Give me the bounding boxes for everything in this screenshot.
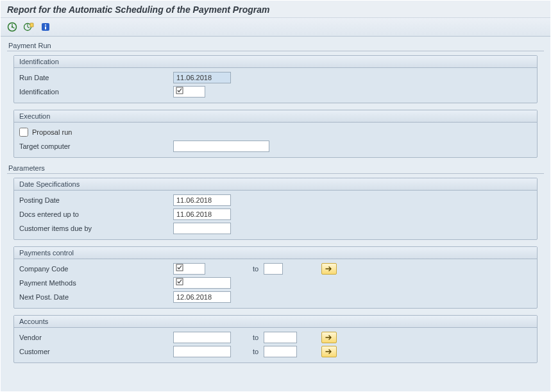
execute-button[interactable] [6, 21, 19, 33]
arrow-right-icon [325, 334, 334, 341]
customer-to-input[interactable] [264, 346, 297, 357]
svg-rect-10 [45, 26, 46, 30]
identification-input[interactable] [173, 86, 205, 98]
label-payment-methods: Payment Methods [19, 279, 173, 287]
docs-upto-input[interactable] [173, 209, 231, 220]
cust-due-input[interactable] [173, 223, 231, 234]
posting-date-input[interactable] [173, 194, 231, 206]
app-toolbar [1, 18, 550, 37]
svg-point-9 [45, 24, 46, 26]
label-target-computer: Target computer [19, 142, 173, 150]
section-title-parameters: Parameters [7, 164, 544, 173]
vendor-from-input[interactable] [173, 332, 231, 343]
label-customer: Customer [19, 348, 173, 355]
app-window: Report for the Automatic Scheduling of t… [0, 0, 551, 392]
group-header-identification: Identification [14, 56, 537, 68]
group-payments-control: Payments control Company Code to [13, 246, 538, 309]
customer-multiselect-button[interactable] [321, 346, 337, 357]
execute-print-button[interactable] [22, 21, 35, 33]
label-next-post-date: Next Post. Date [19, 293, 173, 301]
group-header-payments-control: Payments control [14, 247, 537, 259]
group-header-accounts: Accounts [14, 316, 537, 328]
divider [7, 173, 544, 174]
target-computer-input[interactable] [173, 141, 269, 152]
label-to: to [253, 334, 259, 341]
payment-methods-input[interactable] [173, 277, 231, 289]
label-posting-date: Posting Date [19, 196, 173, 204]
label-cust-due: Customer items due by [19, 225, 173, 232]
group-header-execution: Execution [14, 110, 537, 123]
group-identification: Identification Run Date Identification [13, 55, 538, 103]
label-company-code: Company Code [19, 265, 173, 273]
info-button[interactable] [39, 21, 52, 33]
run-date-input[interactable] [173, 72, 231, 83]
label-run-date: Run Date [19, 74, 173, 81]
arrow-right-icon [325, 266, 334, 272]
next-post-date-input[interactable] [173, 291, 231, 303]
company-code-from-input[interactable] [173, 263, 205, 275]
group-date-spec: Date Specifications Posting Date Docs en… [13, 178, 538, 240]
label-to: to [253, 265, 259, 273]
divider [7, 51, 544, 51]
vendor-to-input[interactable] [264, 332, 297, 343]
label-vendor: Vendor [19, 334, 173, 341]
company-code-multiselect-button[interactable] [321, 263, 337, 275]
label-to: to [253, 348, 259, 355]
section-title-payment-run: Payment Run [7, 42, 544, 51]
svg-line-6 [28, 27, 30, 28]
info-icon [40, 22, 51, 32]
arrow-right-icon [325, 348, 334, 355]
section-parameters: Parameters Date Specifications Posting D… [7, 164, 544, 363]
svg-rect-7 [30, 23, 33, 27]
customer-from-input[interactable] [173, 346, 231, 357]
execute-plus-icon [24, 22, 34, 32]
page-title: Report for the Automatic Scheduling of t… [1, 1, 550, 18]
group-header-date-spec: Date Specifications [14, 178, 537, 191]
label-docs-upto: Docs entered up to [19, 210, 173, 218]
proposal-run-checkbox[interactable] [19, 128, 28, 137]
group-execution: Execution Proposal run Target computer [13, 110, 538, 158]
group-accounts: Accounts Vendor to Customer to [13, 315, 538, 363]
execute-icon [7, 22, 17, 32]
vendor-multiselect-button[interactable] [321, 332, 337, 343]
section-payment-run: Payment Run Identification Run Date Iden… [7, 42, 544, 158]
label-identification: Identification [19, 88, 173, 96]
label-proposal-run: Proposal run [32, 128, 72, 136]
body: Payment Run Identification Run Date Iden… [1, 37, 550, 391]
company-code-to-input[interactable] [264, 263, 283, 275]
